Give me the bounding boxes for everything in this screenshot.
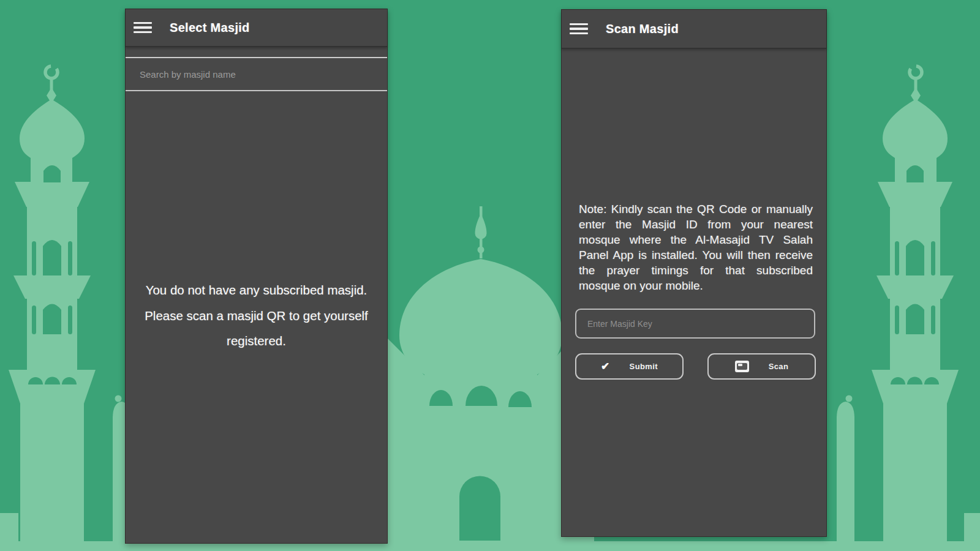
empty-state-message: You do not have any subscribed masjid. P… xyxy=(126,277,387,354)
scan-masjid-appbar: Scan Masjid xyxy=(562,10,826,49)
search-placeholder: Search by masjid name xyxy=(140,69,236,80)
scan-button-label: Scan xyxy=(769,362,789,371)
page-title: Select Masjid xyxy=(170,21,250,35)
search-input[interactable]: Search by masjid name xyxy=(126,57,387,91)
scan-button[interactable]: Scan xyxy=(707,353,816,380)
submit-button[interactable]: ✔ Submit xyxy=(575,353,684,380)
select-masjid-screen: Select Masjid Search by masjid name You … xyxy=(125,9,388,544)
check-icon: ✔ xyxy=(601,361,610,372)
page-title: Scan Masjid xyxy=(606,22,679,36)
mosque-door xyxy=(459,476,500,541)
select-masjid-appbar: Select Masjid xyxy=(126,9,387,47)
qr-instructions-note: Note: Kindly scan the QR Code or manuall… xyxy=(579,201,813,293)
hamburger-menu-icon[interactable] xyxy=(570,21,588,37)
submit-button-label: Submit xyxy=(630,362,658,371)
hamburger-menu-icon[interactable] xyxy=(134,20,152,36)
scan-masjid-screen: Scan Masjid Note: Kindly scan the QR Cod… xyxy=(561,9,827,537)
masjid-key-field[interactable] xyxy=(575,309,815,339)
camera-icon xyxy=(735,361,749,372)
